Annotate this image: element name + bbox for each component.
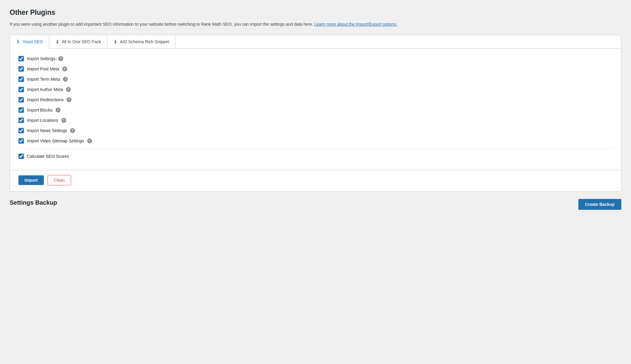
help-icon-import_term_meta: ? [63,77,68,82]
checkbox-import_blocks[interactable] [18,107,24,113]
checkbox-item-import_blocks: Import Blocks? [18,107,613,113]
settings-backup-title: Settings Backup [10,199,57,206]
checkbox-item-calculate-seo: Calculate SEO Scores [18,154,613,159]
checkbox-label-import_video_sitemap: Import Video Sitemap Settings [27,138,84,143]
tab-yoast[interactable]: ⬇Yoast SEO [10,35,49,49]
checkbox-item-import_post_meta: Import Post Meta? [18,66,613,72]
help-icon-import_author_meta: ? [66,87,71,92]
checkbox-import_settings[interactable] [18,56,24,61]
divider [18,148,613,149]
checkbox-label-import_redirections: Import Redirections [27,97,64,102]
checkboxes-section: Import Settings?Import Post Meta?Import … [10,49,621,170]
checkbox-label-import_locations: Import Locations [27,118,58,123]
tabs-container: ⬇Yoast SEO⬇All In One SEO Pack⬇AIO Schem… [10,35,621,49]
other-plugins-card: ⬇Yoast SEO⬇All In One SEO Pack⬇AIO Schem… [10,35,621,192]
settings-backup-bar: Settings Backup Create Backup [10,199,621,210]
checkbox-item-import_author_meta: Import Author Meta? [18,87,613,92]
tab-label: All In One SEO Pack [62,39,101,44]
checkbox-import_video_sitemap[interactable] [18,138,24,144]
checkbox-import_news_settings[interactable] [18,128,24,133]
clean-button[interactable]: Clean [47,175,71,185]
checkbox-import_redirections[interactable] [18,97,24,102]
download-icon: ⬇ [113,39,117,45]
checkbox-import_post_meta[interactable] [18,66,24,72]
checkbox-calculate-seo[interactable] [18,154,24,159]
page-title: Other Plugins [10,8,621,17]
checkbox-label-calculate-seo: Calculate SEO Scores [27,154,69,159]
tab-aioseop[interactable]: ⬇All In One SEO Pack [49,35,107,48]
checkbox-item-import_settings: Import Settings? [18,56,613,61]
help-icon-import_locations: ? [61,118,66,123]
help-icon-import_settings: ? [58,56,63,61]
import-button[interactable]: Import [18,175,44,185]
tab-label: AIO Schema Rich Snippet [120,39,169,44]
checkbox-label-import_settings: Import Settings [27,56,55,61]
checkbox-import_locations[interactable] [18,118,24,123]
tab-aioschema[interactable]: ⬇AIO Schema Rich Snippet [107,35,175,48]
download-icon: ⬇ [55,39,59,45]
help-icon-import_blocks: ? [56,108,60,112]
checkbox-item-import_news_settings: Import News Settings? [18,128,613,133]
page-description: If you were using another plugin to add … [10,21,621,28]
actions-section: Import Clean [10,170,621,191]
checkbox-item-import_video_sitemap: Import Video Sitemap Settings? [18,138,613,144]
checkbox-item-import_term_meta: Import Term Meta? [18,76,613,82]
checkbox-import_author_meta[interactable] [18,87,24,92]
download-icon: ⬇ [16,39,20,44]
checkbox-label-import_news_settings: Import News Settings [27,128,67,133]
create-backup-button[interactable]: Create Backup [578,199,621,210]
help-icon-import_post_meta: ? [62,67,67,71]
learn-more-link[interactable]: Learn more about the Import/Export optio… [314,22,397,27]
checkbox-label-import_term_meta: Import Term Meta [27,77,60,82]
checkbox-item-import_locations: Import Locations? [18,118,613,123]
tab-label: Yoast SEO [22,39,43,44]
checkbox-label-import_blocks: Import Blocks [27,108,53,112]
checkbox-label-import_author_meta: Import Author Meta [27,87,63,92]
checkbox-label-import_post_meta: Import Post Meta [27,67,59,71]
help-icon-import_news_settings: ? [70,128,75,133]
checkbox-import_term_meta[interactable] [18,76,24,82]
help-icon-import_redirections: ? [67,97,71,102]
help-icon-import_video_sitemap: ? [87,138,92,143]
checkbox-item-import_redirections: Import Redirections? [18,97,613,102]
